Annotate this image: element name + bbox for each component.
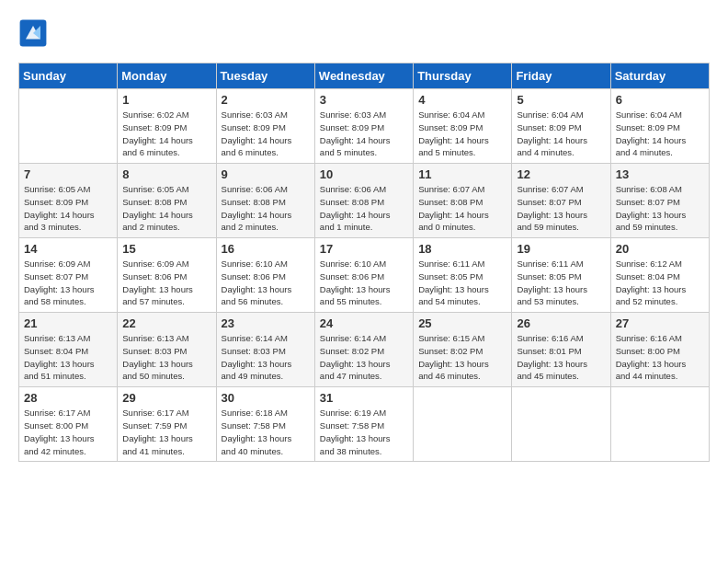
logo (18, 18, 51, 48)
day-info: Sunrise: 6:11 AM Sunset: 8:05 PM Dayligh… (418, 258, 506, 308)
calendar-cell: 16Sunrise: 6:10 AM Sunset: 8:06 PM Dayli… (216, 238, 314, 313)
calendar-header-saturday: Saturday (610, 63, 709, 89)
calendar-cell: 15Sunrise: 6:09 AM Sunset: 8:06 PM Dayli… (118, 238, 216, 313)
day-info: Sunrise: 6:15 AM Sunset: 8:02 PM Dayligh… (418, 332, 506, 383)
day-number: 19 (517, 242, 605, 256)
day-info: Sunrise: 6:10 AM Sunset: 8:06 PM Dayligh… (222, 258, 310, 308)
calendar-week-row: 21Sunrise: 6:13 AM Sunset: 8:04 PM Dayli… (19, 313, 710, 387)
day-number: 20 (616, 242, 704, 256)
calendar-cell: 17Sunrise: 6:10 AM Sunset: 8:06 PM Dayli… (314, 238, 413, 313)
calendar-cell: 10Sunrise: 6:06 AM Sunset: 8:08 PM Dayli… (314, 164, 413, 238)
day-number: 30 (222, 391, 310, 405)
day-number: 15 (122, 242, 210, 256)
day-info: Sunrise: 6:03 AM Sunset: 8:09 PM Dayligh… (320, 109, 408, 159)
calendar-cell: 22Sunrise: 6:13 AM Sunset: 8:03 PM Dayli… (118, 313, 216, 387)
day-info: Sunrise: 6:05 AM Sunset: 8:08 PM Dayligh… (122, 183, 210, 234)
day-info: Sunrise: 6:11 AM Sunset: 8:05 PM Dayligh… (517, 258, 605, 308)
day-number: 13 (616, 167, 704, 181)
day-number: 28 (24, 391, 112, 405)
day-info: Sunrise: 6:18 AM Sunset: 7:58 PM Dayligh… (222, 407, 310, 457)
day-info: Sunrise: 6:06 AM Sunset: 8:08 PM Dayligh… (222, 183, 310, 234)
day-number: 4 (418, 93, 506, 107)
calendar-cell: 6Sunrise: 6:04 AM Sunset: 8:09 PM Daylig… (610, 89, 709, 164)
calendar-week-row: 1Sunrise: 6:02 AM Sunset: 8:09 PM Daylig… (19, 89, 710, 164)
day-info: Sunrise: 6:04 AM Sunset: 8:09 PM Dayligh… (418, 109, 506, 159)
calendar-cell: 5Sunrise: 6:04 AM Sunset: 8:09 PM Daylig… (512, 89, 610, 164)
day-info: Sunrise: 6:13 AM Sunset: 8:04 PM Dayligh… (24, 332, 112, 383)
day-number: 17 (320, 242, 408, 256)
day-info: Sunrise: 6:16 AM Sunset: 8:00 PM Dayligh… (616, 332, 704, 383)
day-info: Sunrise: 6:06 AM Sunset: 8:08 PM Dayligh… (320, 183, 408, 234)
day-number: 23 (222, 316, 310, 330)
calendar-header-friday: Friday (512, 63, 610, 89)
calendar-cell: 26Sunrise: 6:16 AM Sunset: 8:01 PM Dayli… (512, 313, 610, 387)
day-number: 29 (122, 391, 210, 405)
day-info: Sunrise: 6:08 AM Sunset: 8:07 PM Dayligh… (616, 183, 704, 234)
calendar-header-thursday: Thursday (414, 63, 512, 89)
day-info: Sunrise: 6:04 AM Sunset: 8:09 PM Dayligh… (616, 109, 704, 159)
day-number: 27 (616, 316, 704, 330)
day-number: 22 (122, 316, 210, 330)
day-number: 8 (122, 167, 210, 181)
calendar-cell: 7Sunrise: 6:05 AM Sunset: 8:09 PM Daylig… (19, 164, 118, 238)
day-number: 9 (222, 167, 310, 181)
day-number: 31 (320, 391, 408, 405)
day-number: 5 (517, 93, 605, 107)
calendar-cell: 28Sunrise: 6:17 AM Sunset: 8:00 PM Dayli… (19, 387, 118, 462)
calendar-cell: 19Sunrise: 6:11 AM Sunset: 8:05 PM Dayli… (512, 238, 610, 313)
day-number: 7 (24, 167, 112, 181)
day-info: Sunrise: 6:17 AM Sunset: 8:00 PM Dayligh… (24, 407, 112, 457)
day-info: Sunrise: 6:04 AM Sunset: 8:09 PM Dayligh… (517, 109, 605, 159)
calendar-cell (414, 387, 512, 462)
calendar-cell: 30Sunrise: 6:18 AM Sunset: 7:58 PM Dayli… (216, 387, 314, 462)
day-info: Sunrise: 6:19 AM Sunset: 7:58 PM Dayligh… (320, 407, 408, 457)
calendar-header-monday: Monday (118, 63, 216, 89)
day-info: Sunrise: 6:17 AM Sunset: 7:59 PM Dayligh… (122, 407, 210, 457)
day-info: Sunrise: 6:02 AM Sunset: 8:09 PM Dayligh… (122, 109, 210, 159)
day-info: Sunrise: 6:10 AM Sunset: 8:06 PM Dayligh… (320, 258, 408, 308)
day-number: 26 (517, 316, 605, 330)
calendar-cell: 23Sunrise: 6:14 AM Sunset: 8:03 PM Dayli… (216, 313, 314, 387)
day-info: Sunrise: 6:13 AM Sunset: 8:03 PM Dayligh… (122, 332, 210, 383)
page-header (18, 18, 710, 48)
day-info: Sunrise: 6:03 AM Sunset: 8:09 PM Dayligh… (222, 109, 310, 159)
calendar-cell: 1Sunrise: 6:02 AM Sunset: 8:09 PM Daylig… (118, 89, 216, 164)
day-info: Sunrise: 6:09 AM Sunset: 8:06 PM Dayligh… (122, 258, 210, 308)
calendar-cell: 9Sunrise: 6:06 AM Sunset: 8:08 PM Daylig… (216, 164, 314, 238)
calendar-header-tuesday: Tuesday (216, 63, 314, 89)
calendar-cell: 3Sunrise: 6:03 AM Sunset: 8:09 PM Daylig… (314, 89, 413, 164)
calendar-cell: 31Sunrise: 6:19 AM Sunset: 7:58 PM Dayli… (314, 387, 413, 462)
day-number: 14 (24, 242, 112, 256)
day-number: 18 (418, 242, 506, 256)
day-info: Sunrise: 6:07 AM Sunset: 8:07 PM Dayligh… (517, 183, 605, 234)
calendar-header-row: SundayMondayTuesdayWednesdayThursdayFrid… (19, 63, 710, 89)
day-number: 16 (222, 242, 310, 256)
calendar-cell: 29Sunrise: 6:17 AM Sunset: 7:59 PM Dayli… (118, 387, 216, 462)
day-number: 1 (122, 93, 210, 107)
calendar-cell: 8Sunrise: 6:05 AM Sunset: 8:08 PM Daylig… (118, 164, 216, 238)
calendar-cell: 11Sunrise: 6:07 AM Sunset: 8:08 PM Dayli… (414, 164, 512, 238)
calendar-cell: 21Sunrise: 6:13 AM Sunset: 8:04 PM Dayli… (19, 313, 118, 387)
calendar-cell: 25Sunrise: 6:15 AM Sunset: 8:02 PM Dayli… (414, 313, 512, 387)
day-info: Sunrise: 6:12 AM Sunset: 8:04 PM Dayligh… (616, 258, 704, 308)
day-number: 21 (24, 316, 112, 330)
day-number: 24 (320, 316, 408, 330)
day-info: Sunrise: 6:16 AM Sunset: 8:01 PM Dayligh… (517, 332, 605, 383)
day-number: 2 (222, 93, 310, 107)
day-number: 10 (320, 167, 408, 181)
day-number: 12 (517, 167, 605, 181)
calendar-cell: 20Sunrise: 6:12 AM Sunset: 8:04 PM Dayli… (610, 238, 709, 313)
calendar-week-row: 28Sunrise: 6:17 AM Sunset: 8:00 PM Dayli… (19, 387, 710, 462)
day-number: 11 (418, 167, 506, 181)
calendar-table: SundayMondayTuesdayWednesdayThursdayFrid… (18, 63, 710, 462)
day-info: Sunrise: 6:09 AM Sunset: 8:07 PM Dayligh… (24, 258, 112, 308)
day-number: 3 (320, 93, 408, 107)
calendar-header-sunday: Sunday (19, 63, 118, 89)
calendar-cell: 18Sunrise: 6:11 AM Sunset: 8:05 PM Dayli… (414, 238, 512, 313)
calendar-cell: 14Sunrise: 6:09 AM Sunset: 8:07 PM Dayli… (19, 238, 118, 313)
calendar-cell (512, 387, 610, 462)
calendar-week-row: 7Sunrise: 6:05 AM Sunset: 8:09 PM Daylig… (19, 164, 710, 238)
day-number: 6 (616, 93, 704, 107)
day-info: Sunrise: 6:07 AM Sunset: 8:08 PM Dayligh… (418, 183, 506, 234)
calendar-cell (610, 387, 709, 462)
